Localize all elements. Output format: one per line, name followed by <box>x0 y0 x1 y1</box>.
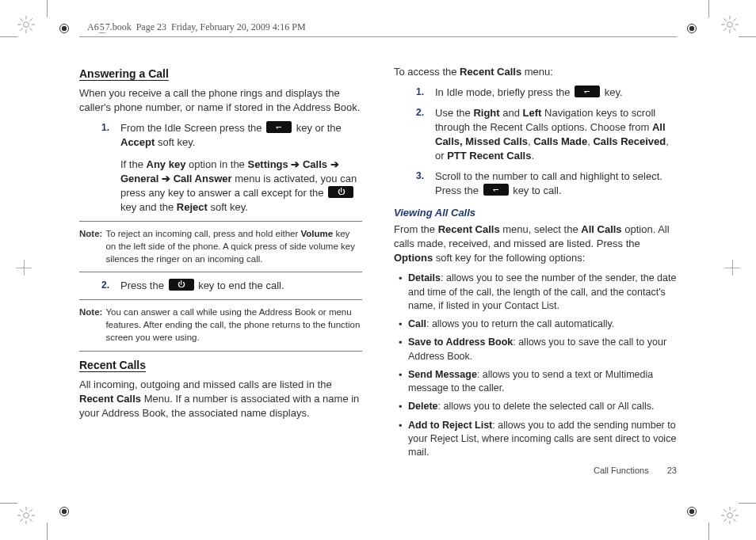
end-key-icon <box>328 186 353 198</box>
call-key-icon <box>575 86 600 97</box>
step-1: 1. From the Idle Screen press the key or… <box>101 121 362 215</box>
rstep-2: 2. Use the Right and Left Navigation key… <box>416 106 677 163</box>
note-reject-text: To reject an incoming call, press and ho… <box>105 228 362 266</box>
svg-point-9 <box>727 22 733 28</box>
right-column: To access the Recent Calls menu: 1. In I… <box>394 62 677 489</box>
svg-line-17 <box>733 18 735 21</box>
header-date: Friday, February 20, 2009 4:16 PM <box>171 21 306 32</box>
note-reject-call: Note: To reject an incoming call, press … <box>79 228 362 266</box>
option-add-reject-list: Add to Reject List: allows you to add th… <box>399 419 677 460</box>
rstep-1: 1. In Idle mode, briefly press the key. <box>416 86 677 100</box>
crop-mark <box>47 0 48 17</box>
crop-mark <box>739 36 756 37</box>
register-dot <box>687 507 697 516</box>
options-list: Details: allows you to see the number of… <box>399 272 677 459</box>
svg-line-26 <box>29 509 32 511</box>
option-call: Call: allows you to return the call auto… <box>399 318 677 331</box>
crop-mark <box>739 503 756 504</box>
svg-point-0 <box>24 22 29 28</box>
call-key-icon <box>266 121 292 133</box>
rstep-3: 3. Scroll to the number to call and high… <box>416 169 677 198</box>
svg-point-18 <box>24 513 29 519</box>
answering-steps-2: 2. Press the key to end the call. <box>101 279 362 293</box>
header-rule <box>79 36 677 37</box>
option-save-address-book: Save to Address Book: allows you to save… <box>399 336 677 363</box>
svg-line-8 <box>29 18 32 21</box>
svg-line-24 <box>29 519 32 521</box>
rstep-3-text: Scroll to the number to call and highlig… <box>435 170 662 196</box>
svg-line-34 <box>724 519 726 521</box>
recent-steps: 1. In Idle mode, briefly press the key. … <box>416 86 677 198</box>
step-number: 1. <box>416 86 424 99</box>
register-mark-right <box>724 260 740 276</box>
ornament-icon <box>17 16 35 33</box>
page-footer: Call Functions 23 <box>594 466 677 475</box>
section-answering-call: Answering a Call <box>79 67 362 82</box>
step-number: 2. <box>416 106 424 120</box>
crop-mark <box>47 523 48 540</box>
rstep-1-text: In Idle mode, briefly press the key. <box>435 86 623 98</box>
footer-page-number: 23 <box>667 466 677 475</box>
header-underlined-char: 5 <box>99 21 105 33</box>
option-delete: Delete: allows you to delete the selecte… <box>399 400 677 413</box>
document-page: A657.book Page 23 Friday, February 20, 2… <box>0 0 756 540</box>
svg-line-14 <box>724 18 726 21</box>
content-columns: Answering a Call When you receive a call… <box>79 62 677 489</box>
step-2-text: Press the key to end the call. <box>120 280 284 291</box>
svg-line-6 <box>29 28 32 30</box>
ornament-icon <box>17 507 35 524</box>
answering-steps: 1. From the Idle Screen press the key or… <box>101 121 362 215</box>
svg-line-5 <box>20 18 22 21</box>
svg-line-35 <box>733 509 735 511</box>
footer-section: Call Functions <box>594 466 649 475</box>
crop-mark <box>708 0 709 17</box>
step-number: 2. <box>101 279 109 292</box>
answering-intro: When you receive a call the phone rings … <box>79 86 362 115</box>
register-dot <box>59 24 69 33</box>
page-header: A657.book Page 23 Friday, February 20, 2… <box>87 21 306 33</box>
step-number: 3. <box>416 169 424 183</box>
rule <box>79 221 362 222</box>
header-page-ref: Page 23 <box>136 21 166 32</box>
svg-line-16 <box>724 28 726 30</box>
register-dot <box>59 507 69 516</box>
ornament-icon <box>721 507 739 524</box>
rule <box>79 351 362 352</box>
svg-line-32 <box>724 509 726 511</box>
option-details: Details: allows you to see the number of… <box>399 272 677 313</box>
note-answer-during-menu: Note: You can answer a call while using … <box>79 306 362 344</box>
svg-line-15 <box>733 28 735 30</box>
end-key-icon <box>169 279 194 291</box>
step-number: 1. <box>101 121 109 135</box>
svg-line-33 <box>733 519 735 521</box>
recent-calls-intro: All incoming, outgoing and missed calls … <box>79 378 362 420</box>
section-recent-calls: Recent Calls <box>79 358 362 373</box>
register-dot <box>687 24 697 33</box>
access-recent-calls: To access the Recent Calls menu: <box>394 65 677 79</box>
option-send-message: Send Message: allows you to send a text … <box>399 368 677 396</box>
step-1-para-2: If the Any key option in the Settings ➔ … <box>120 158 362 215</box>
rstep-2-text: Use the Right and Left Navigation keys t… <box>435 107 669 162</box>
step-1-text: From the Idle Screen press the key or th… <box>120 122 342 148</box>
crop-mark <box>708 523 709 540</box>
svg-point-27 <box>727 513 733 519</box>
svg-line-7 <box>20 28 22 30</box>
crop-mark <box>0 503 17 504</box>
crop-mark <box>0 36 17 37</box>
step-2: 2. Press the key to end the call. <box>101 279 362 293</box>
register-mark-left <box>16 260 32 276</box>
viewing-all-calls-intro: From the Recent Calls menu, select the A… <box>394 222 677 265</box>
header-book-suffix: 7.book <box>105 21 132 32</box>
svg-line-25 <box>20 519 22 521</box>
svg-line-23 <box>20 509 22 511</box>
header-book-prefix: A6 <box>87 21 99 32</box>
left-column: Answering a Call When you receive a call… <box>79 62 362 489</box>
call-key-icon <box>483 184 509 196</box>
rule <box>79 272 362 272</box>
rule <box>79 299 362 300</box>
ornament-icon <box>721 16 739 33</box>
subsection-viewing-all-calls: Viewing All Calls <box>394 206 677 220</box>
